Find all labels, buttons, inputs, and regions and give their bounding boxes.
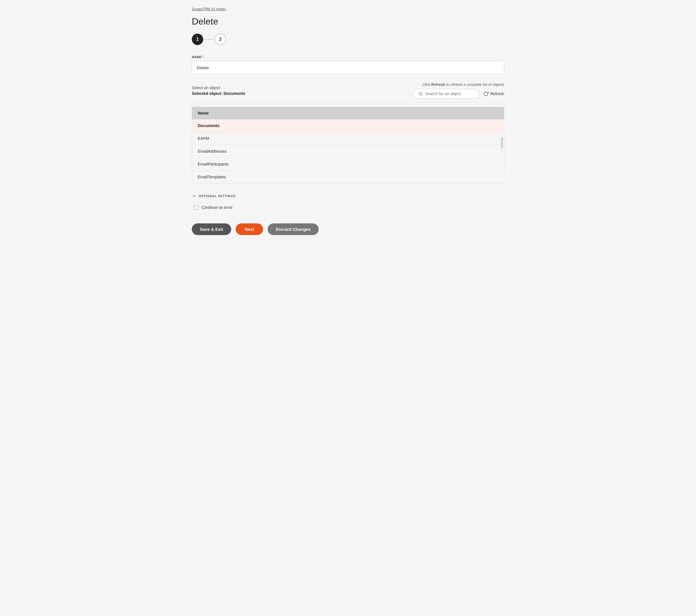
object-selector-section: Select an object Selected object: Docume… xyxy=(192,82,504,183)
search-icon xyxy=(418,92,423,96)
steps-row: 1 2 xyxy=(192,34,504,45)
save-exit-button[interactable]: Save & Exit xyxy=(192,223,231,235)
table-row[interactable]: Documents xyxy=(192,119,504,132)
continue-on-error-row: Continue on error xyxy=(194,205,504,210)
step-connector xyxy=(204,39,213,39)
object-table-wrapper: Name DocumentsEAPMEmailAddressesEmailPar… xyxy=(192,102,504,183)
name-field-section: NAME* xyxy=(192,55,504,75)
optional-settings-header[interactable]: OPTIONAL SETTINGS xyxy=(192,192,504,200)
object-selector-header: Select an object Selected object: Docume… xyxy=(192,82,504,102)
continue-on-error-label[interactable]: Continue on error xyxy=(202,205,233,210)
table-row[interactable]: EmailParticipants xyxy=(192,158,504,171)
scrollbar[interactable] xyxy=(501,137,503,148)
refresh-hint: Click Refresh to retrieve a complete lis… xyxy=(414,82,504,87)
table-row[interactable]: EmailAddresses xyxy=(192,145,504,158)
chevron-down-icon xyxy=(192,194,196,198)
continue-on-error-checkbox[interactable] xyxy=(194,205,199,210)
name-label: NAME* xyxy=(192,55,504,59)
optional-settings-content: Continue on error xyxy=(192,200,504,212)
table-row[interactable]: EmailTemplates xyxy=(192,171,504,183)
svg-line-1 xyxy=(422,95,422,95)
page-title: Delete xyxy=(192,16,504,27)
refresh-icon xyxy=(484,91,489,96)
breadcrumb[interactable]: SugarCRM v2 (beta) xyxy=(192,7,504,11)
search-input[interactable] xyxy=(425,92,475,96)
table-row[interactable]: EAPM xyxy=(192,132,504,145)
selected-object-label: Selected object: Documents xyxy=(192,91,246,96)
table-header-name: Name xyxy=(192,107,504,119)
footer-buttons: Save & Exit Next Discard Changes xyxy=(192,223,504,235)
optional-settings-section: OPTIONAL SETTINGS Continue on error xyxy=(192,192,504,212)
page-container: SugarCRM v2 (beta) Delete 1 2 NAME* Sele… xyxy=(183,0,513,616)
optional-settings-label: OPTIONAL SETTINGS xyxy=(199,194,236,198)
refresh-button[interactable]: Refresh xyxy=(484,90,504,98)
step-1[interactable]: 1 xyxy=(192,34,203,45)
required-star: * xyxy=(202,55,204,59)
next-button[interactable]: Next xyxy=(236,223,263,235)
search-box[interactable] xyxy=(414,89,480,99)
object-table: Name DocumentsEAPMEmailAddressesEmailPar… xyxy=(192,107,504,183)
discard-button[interactable]: Discard Changes xyxy=(268,223,319,235)
step-2[interactable]: 2 xyxy=(215,34,226,45)
select-object-label: Select an object xyxy=(192,85,246,90)
search-refresh-row: Refresh xyxy=(414,89,504,99)
name-input[interactable] xyxy=(192,61,504,75)
